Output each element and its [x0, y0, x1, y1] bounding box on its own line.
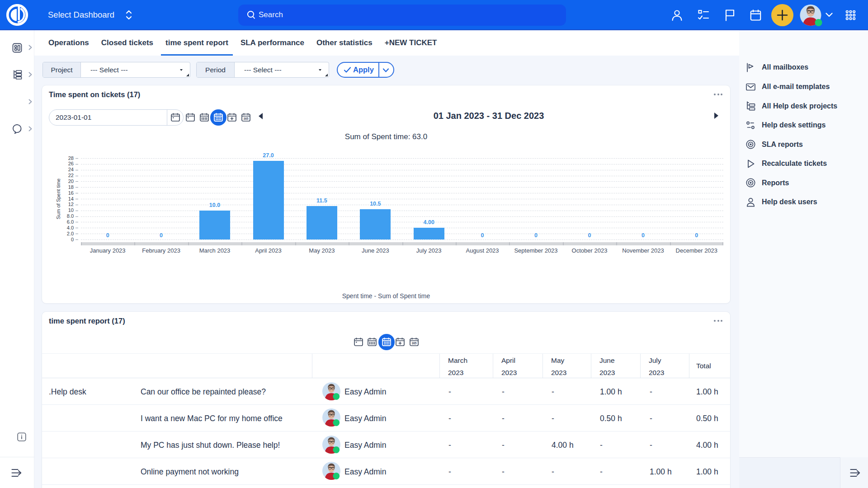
svg-text:365: 365 [412, 342, 417, 345]
svg-text:365: 365 [244, 117, 249, 120]
